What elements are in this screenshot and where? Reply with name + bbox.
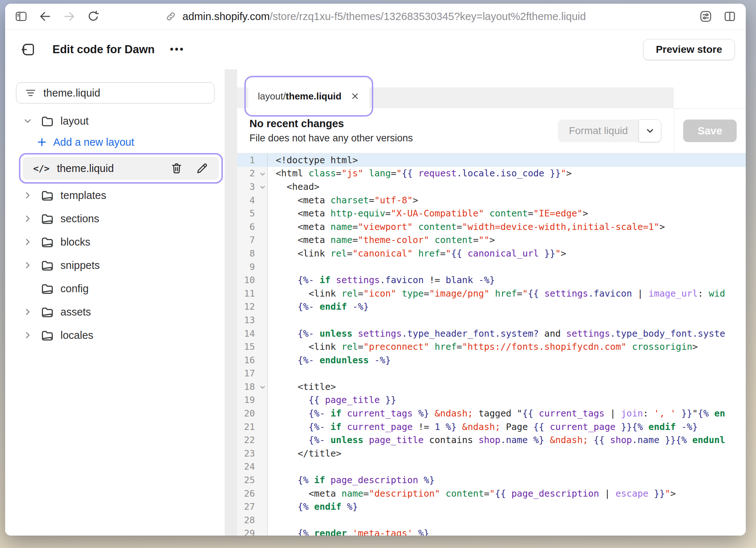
save-button[interactable]: Save bbox=[683, 120, 737, 142]
line-number-9: 9 bbox=[237, 260, 268, 274]
line-number-7: 7 bbox=[237, 234, 268, 247]
folder-icon bbox=[39, 282, 55, 295]
code-line-28[interactable]: 28 bbox=[237, 513, 746, 527]
edit-icon[interactable] bbox=[196, 162, 209, 175]
code-line-3[interactable]: 3 <head> bbox=[237, 180, 746, 193]
line-number-20: 20 bbox=[237, 407, 268, 420]
tab-layout-theme-liquid[interactable]: layout/theme.liquid bbox=[248, 80, 369, 113]
line-number-13: 13 bbox=[237, 313, 268, 327]
back-arrow-icon[interactable] bbox=[39, 10, 52, 23]
sidebar-item-theme-liquid[interactable]: </> theme.liquid bbox=[23, 157, 219, 180]
sidebar-folder-assets[interactable]: assets bbox=[5, 300, 225, 324]
code-line-20[interactable]: 20 {%- if current_tags %} &ndash; tagged… bbox=[237, 407, 746, 420]
code-line-12[interactable]: 12 {%- endif -%} bbox=[237, 300, 746, 314]
code-line-8[interactable]: 8 <link rel="canonical" href="{{ canonic… bbox=[237, 247, 746, 260]
forward-arrow-icon[interactable] bbox=[63, 10, 76, 23]
code-area[interactable]: 1<!doctype html>2<html class="js" lang="… bbox=[237, 153, 746, 536]
sidebar-item-label: locales bbox=[60, 329, 93, 341]
line-number-15: 15 bbox=[237, 340, 268, 353]
chevron-right-icon bbox=[21, 213, 34, 224]
split-view-icon[interactable] bbox=[723, 10, 736, 23]
line-number-22: 22 bbox=[237, 433, 268, 447]
sidebar-folder-snippets[interactable]: snippets bbox=[5, 254, 225, 277]
url-host: admin.shopify.com bbox=[182, 11, 270, 22]
code-line-21[interactable]: 21 {%- if current_page != 1 %} &ndash; P… bbox=[237, 420, 746, 434]
close-icon[interactable] bbox=[350, 91, 360, 101]
overflow-menu-button[interactable]: ••• bbox=[170, 44, 185, 55]
code-line-11[interactable]: 11 <link rel="icon" type="image/png" hre… bbox=[237, 287, 746, 300]
fold-chevron-icon[interactable] bbox=[259, 383, 267, 391]
preview-store-button[interactable]: Preview store bbox=[643, 39, 735, 60]
code-line-6[interactable]: 6 <meta name="viewport" content="width=d… bbox=[237, 220, 746, 234]
code-line-10[interactable]: 10 {%- if settings.favicon != blank -%} bbox=[237, 273, 746, 287]
browser-toolbar: admin.shopify.com/store/rzq1xu-f5/themes… bbox=[5, 4, 746, 30]
format-dropdown-button[interactable] bbox=[639, 120, 661, 142]
line-number-18: 18 bbox=[237, 380, 268, 394]
add-new-layout-button[interactable]: Add a new layout bbox=[5, 133, 225, 152]
url-path: /store/rzq1xu-f5/themes/132683530345?key… bbox=[270, 11, 586, 22]
annotation-highlight-file: </> theme.liquid bbox=[19, 153, 223, 184]
chevron-down-icon bbox=[645, 125, 655, 136]
sidebar-folder-config[interactable]: config bbox=[5, 277, 225, 300]
sidebar-folder-sections[interactable]: sections bbox=[5, 207, 225, 230]
code-line-19[interactable]: 19 {{ page_title }} bbox=[237, 394, 746, 407]
code-line-2[interactable]: 2<html class="js" lang="{{ request.local… bbox=[237, 167, 746, 180]
delete-icon[interactable] bbox=[170, 162, 183, 175]
line-number-1: 1 bbox=[237, 153, 268, 167]
sidebar-folder-locales[interactable]: locales bbox=[5, 324, 225, 347]
exit-icon[interactable] bbox=[21, 42, 36, 57]
format-liquid-button[interactable]: Format liquid bbox=[558, 120, 639, 142]
sidebar-folder-blocks[interactable]: blocks bbox=[5, 230, 225, 254]
annotation-highlight-tab: layout/theme.liquid bbox=[244, 76, 373, 117]
sidebar-item-label: sections bbox=[60, 213, 99, 225]
code-line-26[interactable]: 26 <meta name="description" content="{{ … bbox=[237, 487, 746, 500]
chevron-right-icon bbox=[21, 236, 34, 247]
code-line-17[interactable]: 17 bbox=[237, 367, 746, 380]
code-line-5[interactable]: 5 <meta http-equiv="X-UA-Compatible" con… bbox=[237, 207, 746, 220]
sidebar-item-label: snippets bbox=[60, 259, 100, 271]
address-bar[interactable]: admin.shopify.com/store/rzq1xu-f5/themes… bbox=[165, 4, 586, 29]
line-number-14: 14 bbox=[237, 327, 268, 340]
tune-icon[interactable] bbox=[699, 10, 712, 23]
sidebar-folder-list: templatessectionsblockssnippetsconfigass… bbox=[5, 184, 225, 347]
code-line-25[interactable]: 25 {% if page_description %} bbox=[237, 473, 746, 487]
search-value: theme.liquid bbox=[43, 87, 100, 99]
code-line-29[interactable]: 29 {% render 'meta-tags' %} bbox=[237, 527, 746, 536]
code-line-9[interactable]: 9 bbox=[237, 260, 746, 274]
plus-icon bbox=[36, 137, 47, 148]
line-number-8: 8 bbox=[237, 247, 268, 260]
code-line-1[interactable]: 1<!doctype html> bbox=[237, 153, 746, 167]
code-line-16[interactable]: 16 {%- endunless -%} bbox=[237, 353, 746, 367]
tab-bar: layout/theme.liquid bbox=[237, 69, 746, 108]
add-layout-label: Add a new layout bbox=[53, 136, 134, 148]
sidebar-item-label: assets bbox=[60, 306, 91, 318]
sidebar-folder-layout[interactable]: layout bbox=[5, 109, 225, 133]
file-search-input[interactable]: theme.liquid bbox=[16, 82, 214, 103]
reload-icon[interactable] bbox=[87, 10, 100, 23]
line-number-11: 11 bbox=[237, 287, 268, 300]
code-line-24[interactable]: 24 bbox=[237, 460, 746, 474]
code-line-7[interactable]: 7 <meta name="theme-color" content=""> bbox=[237, 234, 746, 247]
code-line-22[interactable]: 22 {%- unless page_title contains shop.n… bbox=[237, 433, 746, 447]
editor-panel: layout/theme.liquid No recent changes Fi… bbox=[237, 69, 746, 536]
status-subtitle: File does not have any other versions bbox=[249, 133, 558, 144]
code-line-18[interactable]: 18 <title> bbox=[237, 380, 746, 394]
line-number-5: 5 bbox=[237, 207, 268, 220]
line-number-16: 16 bbox=[237, 353, 268, 367]
code-line-13[interactable]: 13 bbox=[237, 313, 746, 327]
sidebar-folder-templates[interactable]: templates bbox=[5, 184, 225, 207]
chevron-down-icon bbox=[21, 116, 34, 126]
code-line-23[interactable]: 23 </title> bbox=[237, 447, 746, 460]
code-file-icon: </> bbox=[33, 163, 50, 174]
code-line-27[interactable]: 27 {% endif %} bbox=[237, 500, 746, 513]
fold-chevron-icon[interactable] bbox=[259, 183, 267, 191]
code-line-4[interactable]: 4 <meta charset="utf-8"> bbox=[237, 193, 746, 207]
line-number-27: 27 bbox=[237, 500, 268, 513]
code-line-14[interactable]: 14 {%- unless settings.type_header_font.… bbox=[237, 327, 746, 340]
folder-icon bbox=[39, 212, 55, 226]
line-number-4: 4 bbox=[237, 193, 268, 207]
fold-chevron-icon[interactable] bbox=[259, 170, 267, 178]
code-line-15[interactable]: 15 <link rel="preconnect" href="https://… bbox=[237, 340, 746, 353]
panel-toggle-icon[interactable] bbox=[15, 10, 28, 23]
filter-icon bbox=[24, 87, 37, 99]
